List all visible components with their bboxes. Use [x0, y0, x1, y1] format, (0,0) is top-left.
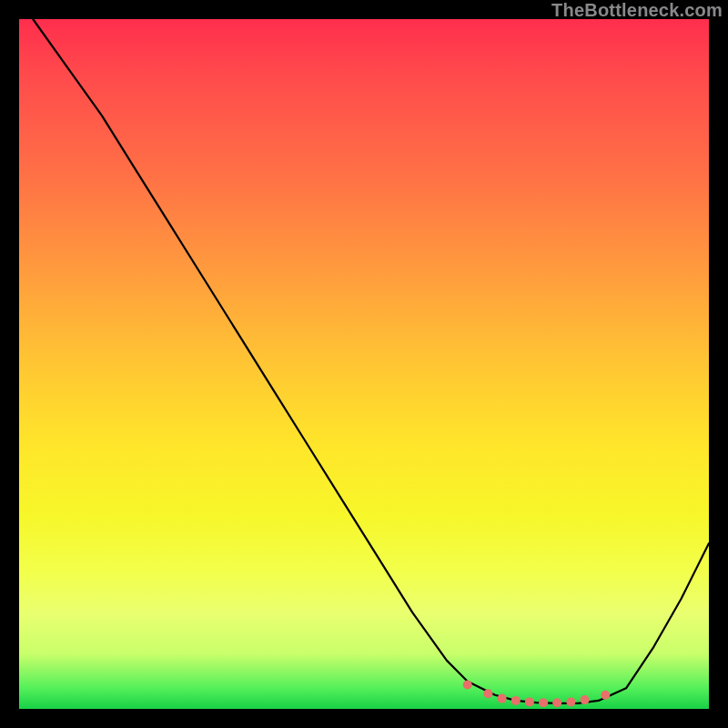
- chart-svg: [19, 19, 709, 709]
- chart-stage: TheBottleneck.com: [0, 0, 728, 728]
- svg-point-4: [525, 697, 534, 706]
- svg-point-8: [581, 695, 590, 704]
- svg-point-2: [498, 694, 507, 703]
- svg-point-6: [552, 698, 561, 707]
- watermark-text: TheBottleneck.com: [551, 0, 723, 21]
- plot-area: [19, 19, 709, 709]
- curve-line: [33, 19, 709, 703]
- svg-point-0: [463, 681, 472, 690]
- svg-point-1: [483, 689, 492, 698]
- svg-point-7: [566, 697, 575, 706]
- svg-point-5: [539, 698, 548, 707]
- svg-point-9: [601, 691, 610, 700]
- svg-point-3: [511, 696, 521, 705]
